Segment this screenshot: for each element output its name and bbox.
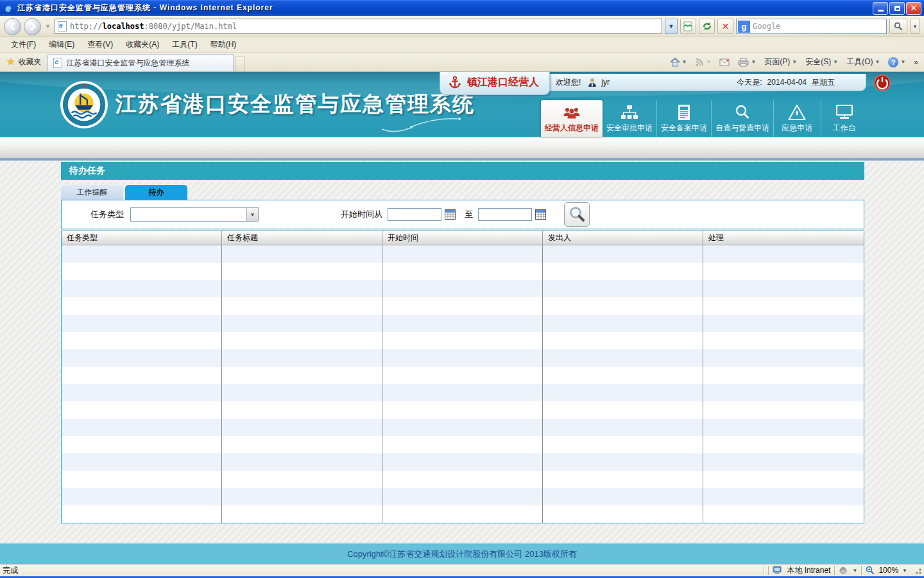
address-dropdown-button[interactable]: ▼ (665, 19, 678, 34)
feeds-button[interactable]: ▼ (692, 57, 714, 68)
printer-icon (738, 58, 749, 67)
site-footer: Copyright©江苏省交通规划设计院股份有限公司 2013版权所有 (0, 543, 924, 564)
protected-mode-dropdown[interactable]: ▼ (852, 568, 857, 574)
ie-icon: e (3, 3, 14, 14)
menu-edit[interactable]: 编辑(E) (43, 37, 80, 52)
start-date-input[interactable] (388, 208, 441, 221)
forward-button[interactable] (24, 18, 41, 35)
column-header-start-time[interactable]: 开始时间 (382, 231, 543, 245)
refresh-icon (702, 21, 712, 31)
zone-label: 本地 Intranet (787, 565, 830, 576)
menu-file[interactable]: 文件(F) (5, 37, 42, 52)
site-header: 江苏省港口安全监管与应急管理系统 欢迎您! jyr 今天是: 2014-04-0… (0, 72, 924, 137)
new-tab-stub[interactable] (235, 57, 245, 71)
forward-arrow-icon (28, 22, 37, 31)
filter-bar: 任务类型 ▼ 开始时间从 至 (61, 200, 864, 229)
username: jyr (601, 78, 610, 87)
nav-item-operator-info[interactable]: 经营人信息申请 (541, 100, 603, 137)
tab-todo[interactable]: 待办 (125, 185, 187, 200)
back-button[interactable] (4, 18, 21, 35)
star-icon: ★ (6, 56, 15, 67)
zoom-dropdown[interactable]: ▼ (902, 568, 907, 574)
column-header-sender[interactable]: 发出人 (543, 231, 703, 245)
zoom-icon (866, 566, 875, 575)
refresh-button[interactable] (699, 19, 715, 34)
magnifier-icon (894, 22, 903, 31)
document-icon (676, 103, 692, 121)
favorites-button[interactable]: ★ 收藏夹 (3, 53, 47, 71)
minimize-button[interactable] (873, 2, 888, 15)
start-from-label: 开始时间从 (341, 209, 382, 220)
tools-menu-button[interactable]: 工具(O) ▼ (843, 55, 883, 69)
safety-menu-button[interactable]: 安全(S) ▼ (802, 55, 841, 69)
close-button[interactable]: ✕ (906, 2, 921, 15)
print-dropdown-arrow: ▼ (751, 59, 756, 65)
protected-mode-icon[interactable] (839, 566, 848, 575)
nav-item-label: 工作台 (833, 123, 856, 134)
stop-button[interactable]: ✕ (717, 19, 733, 34)
status-separator (768, 566, 769, 575)
column-header-action[interactable]: 处理 (703, 231, 864, 245)
page-viewport: 江苏省港口安全监管与应急管理系统 欢迎您! jyr 今天是: 2014-04-0… (0, 72, 924, 564)
favorites-label: 收藏夹 (18, 57, 41, 67)
tab-work-reminder[interactable]: 工作提醒 (61, 185, 123, 200)
magnifier-icon (734, 103, 751, 121)
task-type-label: 任务类型 (90, 209, 124, 220)
menu-bar: 文件(F) 编辑(E) 查看(V) 收藏夹(A) 工具(T) 帮助(H) (0, 37, 924, 53)
back-arrow-icon (8, 22, 17, 31)
site-logo (59, 80, 109, 130)
nav-item-emergency[interactable]: 应急申请 (773, 100, 821, 137)
resize-grip[interactable] (914, 566, 921, 574)
task-type-select[interactable]: ▼ (130, 207, 259, 222)
search-go-button[interactable] (889, 19, 907, 34)
help-dropdown-arrow: ▼ (900, 59, 905, 65)
page-menu-button[interactable]: 页面(P) ▼ (761, 55, 800, 69)
page-menu-label: 页面(P) (764, 57, 790, 67)
help-button[interactable]: ? ▼ (885, 56, 909, 69)
tab-title: 江苏省港口安全监管与应急管理系统 (66, 58, 189, 69)
monitor-icon (835, 103, 854, 121)
browser-tab[interactable]: e 江苏省港口安全监管与应急管理系统 (47, 54, 234, 71)
home-button[interactable]: ▼ (667, 57, 690, 68)
web-search-box[interactable]: g Google (736, 19, 887, 34)
address-bar[interactable]: e http://localhost:8080/yjpt/Main.html (55, 19, 662, 34)
restore-button[interactable] (889, 2, 905, 15)
warning-triangle-icon (788, 103, 806, 121)
end-date-calendar-button[interactable] (535, 209, 546, 220)
menu-favorites[interactable]: 收藏夹(A) (120, 37, 165, 52)
overflow-chevron[interactable]: » (911, 57, 921, 68)
org-badge: 镇江港口经营人 (440, 72, 550, 95)
nav-item-safety-filing[interactable]: 安全备案申请 (656, 100, 711, 137)
zoom-level[interactable]: 100% (878, 566, 898, 575)
date-value: 2014-04-04 (767, 78, 807, 87)
column-header-task-title[interactable]: 任务标题 (222, 231, 382, 245)
menu-tools[interactable]: 工具(T) (166, 37, 203, 52)
logout-power-button[interactable] (874, 74, 891, 91)
help-icon: ? (888, 57, 898, 67)
search-magnifier-icon (569, 206, 585, 223)
column-header-task-type[interactable]: 任务类型 (62, 231, 222, 245)
print-button[interactable]: ▼ (735, 57, 759, 68)
safety-menu-label: 安全(S) (805, 57, 831, 67)
nav-item-self-inspection[interactable]: 自查与督查申请 (711, 100, 773, 137)
search-button[interactable] (564, 202, 590, 227)
search-options-dropdown[interactable]: ▼ (910, 19, 920, 34)
mail-button[interactable] (716, 57, 733, 67)
history-dropdown[interactable]: ▼ (45, 23, 51, 30)
nav-item-safety-approval[interactable]: 安全审批申请 (603, 100, 656, 137)
compatibility-view-button[interactable] (680, 19, 696, 34)
menu-help[interactable]: 帮助(H) (205, 37, 243, 52)
task-table: 任务类型 任务标题 开始时间 发出人 处理 (61, 231, 864, 523)
google-icon: g (738, 21, 750, 33)
url-scheme: http:// (70, 22, 103, 31)
nav-item-label: 自查与督查申请 (715, 123, 769, 134)
start-date-calendar-button[interactable] (444, 209, 456, 220)
end-date-input[interactable] (478, 208, 532, 221)
nav-item-workbench[interactable]: 工作台 (821, 100, 868, 137)
top-navigation: 经营人信息申请 安全审批申请 安全备案申请 (541, 100, 868, 137)
rss-icon (695, 58, 704, 67)
menu-view[interactable]: 查看(V) (81, 37, 119, 52)
table-body-empty (62, 245, 864, 523)
select-arrow-icon: ▼ (246, 208, 258, 221)
page-icon: e (58, 21, 67, 31)
